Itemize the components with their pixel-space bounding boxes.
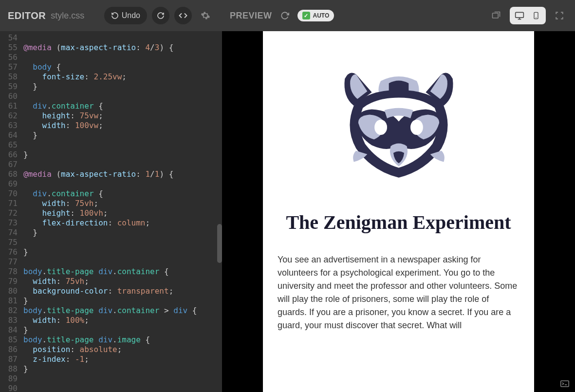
editor-title: EDITOR [8,10,46,21]
editor-header: EDITOR style.css Undo [0,0,222,31]
auto-reload-toggle[interactable]: ✓ AUTO [297,10,334,21]
settings-button[interactable] [197,7,214,24]
svg-rect-0 [493,13,499,18]
redo-button[interactable] [152,7,169,24]
scrollbar-thumb[interactable] [217,224,222,263]
preview-pane: PREVIEW ✓ AUTO [222,0,575,392]
code-button[interactable] [174,7,192,24]
rendered-page: The Zenigman Experiment You see an adver… [263,31,534,392]
page-body-text: You see an advertisement in a newspaper … [278,253,519,332]
code-icon [179,11,187,20]
editor-pane: EDITOR style.css Undo 545556575859606162… [0,0,222,392]
editor-filename: style.css [51,11,84,21]
raccoon-logo [331,65,467,182]
mobile-icon [532,11,540,20]
reload-button[interactable] [278,9,292,22]
undo-label: Undo [122,11,140,20]
line-gutter: 5455565758596061626364656667686970717273… [0,31,20,392]
code-content[interactable]: @media (max-aspect-ratio: 4/3) { body { … [20,31,222,392]
device-mobile-button[interactable] [528,9,544,22]
terminal-icon [560,380,569,387]
svg-rect-8 [561,381,569,387]
svg-point-7 [410,120,423,135]
auto-label: AUTO [313,12,330,19]
preview-title: PREVIEW [230,11,272,21]
popout-button[interactable] [488,8,504,23]
undo-icon [111,12,119,19]
page-image-wrap [278,46,519,211]
reload-icon [280,11,289,20]
page-heading: The Zenigman Experiment [278,211,519,234]
check-icon: ✓ [302,12,310,19]
code-editor[interactable]: 5455565758596061626364656667686970717273… [0,31,222,392]
device-selector [510,7,546,24]
redo-icon [157,12,165,19]
fullscreen-button[interactable] [552,8,567,23]
gear-icon [201,11,210,20]
popout-icon [491,11,501,20]
preview-viewport: The Zenigman Experiment You see an adver… [222,31,575,392]
device-desktop-button[interactable] [512,9,527,22]
preview-header: PREVIEW ✓ AUTO [222,0,575,31]
svg-point-6 [374,120,387,135]
app-root: EDITOR style.css Undo 545556575859606162… [0,0,575,392]
desktop-icon [515,11,524,20]
undo-button[interactable]: Undo [104,7,147,24]
svg-rect-1 [516,12,524,18]
console-toggle[interactable] [560,380,569,389]
fullscreen-icon [555,11,564,20]
